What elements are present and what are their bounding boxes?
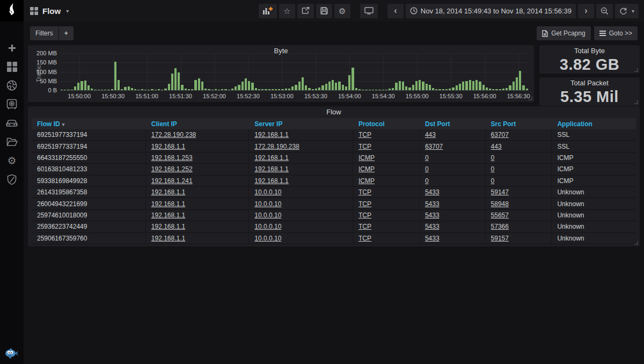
traffic-bar[interactable] [164, 89, 166, 90]
cell-link[interactable]: TCP [358, 200, 371, 208]
cell-link[interactable]: 59157 [491, 235, 509, 242]
traffic-bar[interactable] [516, 77, 518, 90]
traffic-bar[interactable] [426, 84, 428, 90]
cell-link[interactable]: TCP [358, 131, 371, 139]
traffic-bar[interactable] [218, 90, 220, 90]
dashboards-grid-icon[interactable] [6, 61, 18, 72]
cell-link[interactable]: 192.168.1.1 [254, 177, 288, 185]
panel-resize-handle[interactable] [634, 100, 638, 104]
traffic-bar[interactable] [255, 88, 257, 90]
panel-resize-handle[interactable] [634, 68, 638, 72]
time-forward-button[interactable]: › [578, 4, 594, 18]
cell-link[interactable]: TCP [358, 143, 371, 150]
traffic-bar[interactable] [188, 89, 190, 90]
cell-link[interactable]: 5433 [425, 200, 440, 208]
traffic-bar[interactable] [429, 85, 431, 90]
cell-link[interactable]: 59147 [491, 188, 509, 196]
column-header-protocol[interactable]: Protocol [353, 120, 420, 128]
traffic-bar[interactable] [121, 89, 123, 90]
cell-link[interactable]: 172.28.190.238 [151, 131, 196, 139]
traffic-bar[interactable] [137, 90, 140, 90]
traffic-bar[interactable] [325, 84, 327, 90]
traffic-bar[interactable] [74, 86, 76, 90]
folder-open-icon[interactable] [6, 136, 18, 148]
traffic-bar[interactable] [178, 72, 180, 90]
traffic-bar[interactable] [124, 87, 126, 90]
panel-resize-handle[interactable] [634, 241, 638, 245]
traffic-bar[interactable] [475, 80, 478, 90]
traffic-bar[interactable] [499, 89, 501, 90]
traffic-bar[interactable] [389, 89, 391, 90]
column-header-flow-id[interactable]: Flow ID▾ [32, 120, 146, 128]
cell-link[interactable]: 10.0.0.10 [254, 188, 281, 196]
traffic-bar[interactable] [261, 89, 264, 90]
traffic-bar[interactable] [231, 89, 233, 90]
cell-link[interactable]: 192.168.1.1 [151, 212, 185, 219]
traffic-bar[interactable] [185, 89, 187, 90]
byte-bar-chart[interactable]: 200 MB150 MB100 MB50 MB0 B15:50:0015:50:… [60, 53, 529, 90]
traffic-bar[interactable] [168, 84, 170, 90]
traffic-bar[interactable] [245, 78, 247, 90]
cell-link[interactable]: 5433 [425, 188, 440, 196]
traffic-bar[interactable] [111, 89, 113, 90]
traffic-bar[interactable] [141, 89, 143, 90]
traffic-bar[interactable] [489, 89, 491, 90]
traffic-bar[interactable] [107, 90, 109, 90]
cell-link[interactable]: 192.168.1.1 [254, 131, 288, 139]
time-range-picker[interactable]: Nov 18, 2014 15:49:43 to Nov 18, 2014 15… [406, 4, 576, 18]
traffic-bar[interactable] [519, 71, 521, 90]
traffic-bar[interactable] [80, 81, 83, 90]
traffic-bar[interactable] [526, 89, 528, 90]
add-plus-icon[interactable] [6, 42, 18, 54]
cell-link[interactable]: 192.168.1.252 [151, 165, 193, 173]
refresh-button[interactable]: ▾ [615, 4, 639, 18]
cell-link[interactable]: 192.168.1.241 [151, 177, 193, 185]
traffic-bar[interactable] [174, 68, 177, 90]
filters-button[interactable]: Filters [30, 26, 58, 40]
cell-link[interactable]: 192.168.1.1 [151, 223, 185, 230]
traffic-bar[interactable] [84, 81, 86, 90]
dashboard-title-dropdown[interactable]: Flow ▾ [30, 6, 69, 16]
cell-link[interactable]: 63707 [425, 143, 443, 150]
traffic-bar[interactable] [148, 90, 150, 90]
traffic-bar[interactable] [275, 89, 277, 90]
goto-button[interactable]: Goto >> [594, 26, 638, 40]
add-panel-button[interactable] [259, 4, 277, 18]
traffic-bar[interactable] [392, 88, 394, 90]
traffic-bar[interactable] [438, 89, 441, 90]
traffic-bar[interactable] [291, 86, 294, 90]
traffic-bar[interactable] [171, 74, 173, 90]
traffic-bar[interactable] [298, 82, 301, 90]
traffic-bar[interactable] [422, 82, 424, 90]
traffic-bar[interactable] [415, 81, 418, 90]
cell-link[interactable]: 63707 [491, 131, 509, 139]
traffic-bar[interactable] [308, 88, 310, 90]
traffic-bar[interactable] [492, 89, 494, 90]
traffic-bar[interactable] [513, 82, 515, 90]
traffic-bar[interactable] [506, 88, 508, 90]
zoom-out-button[interactable] [596, 4, 613, 18]
cell-link[interactable]: ICMP [358, 154, 375, 162]
cell-link[interactable]: 443 [425, 131, 436, 139]
traffic-bar[interactable] [118, 80, 120, 90]
column-header-client-ip[interactable]: Client IP [146, 120, 250, 128]
traffic-bar[interactable] [382, 90, 384, 90]
save-button[interactable] [316, 4, 332, 18]
cell-link[interactable]: 57366 [491, 223, 509, 230]
traffic-bar[interactable] [449, 89, 451, 90]
traffic-bar[interactable] [101, 90, 103, 90]
cell-link[interactable]: TCP [358, 188, 371, 196]
traffic-bar[interactable] [268, 89, 270, 90]
traffic-bar[interactable] [342, 85, 344, 90]
cell-link[interactable]: ICMP [358, 165, 375, 173]
traffic-bar[interactable] [91, 89, 93, 90]
cell-link[interactable]: 10.0.0.10 [254, 223, 281, 230]
traffic-bar[interactable] [204, 89, 207, 90]
traffic-bar[interactable] [442, 89, 444, 90]
cell-link[interactable]: 172.28.190.238 [254, 143, 299, 150]
cell-link[interactable]: 443 [491, 143, 502, 150]
total-packet-title[interactable]: Total Packet [539, 77, 640, 89]
traffic-bar[interactable] [305, 85, 307, 90]
traffic-bar[interactable] [98, 90, 100, 90]
traffic-bar[interactable] [335, 83, 337, 90]
